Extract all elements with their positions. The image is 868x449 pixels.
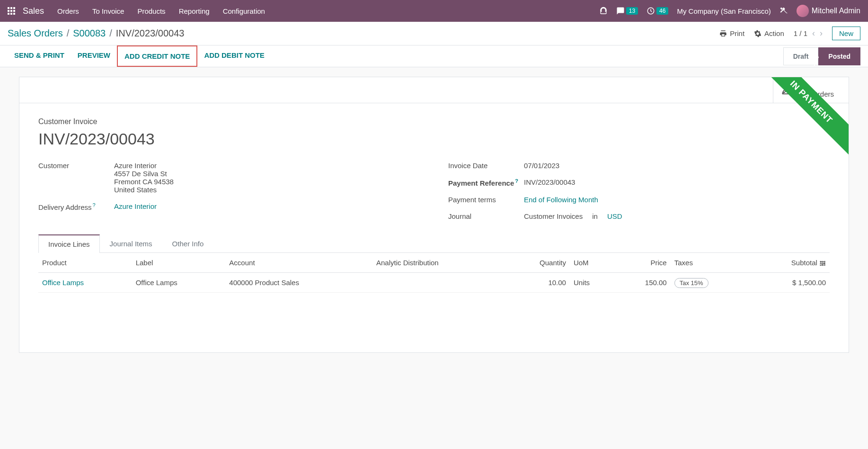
tabs: Invoice Lines Journal Items Other Info — [38, 234, 830, 253]
sheet: 1 Sale Orders IN PAYMENT Customer Invoic… — [19, 77, 849, 353]
terms-label: Payment terms — [448, 196, 524, 204]
subbar: Sales Orders / S00083 / INV/2023/00043 P… — [0, 22, 868, 45]
doc-title: INV/2023/00043 — [38, 130, 830, 148]
help-icon[interactable]: ? — [93, 202, 96, 208]
action-button[interactable]: Action — [754, 29, 784, 37]
journal-in: in — [592, 212, 598, 220]
field-journal: Journal Customer Invoices in USD — [448, 212, 830, 220]
th-uom[interactable]: UoM — [570, 253, 615, 273]
customer-addr2: Fremont CA 94538 — [114, 178, 174, 186]
pager-next[interactable]: › — [820, 28, 823, 38]
invoice-date-value: 07/01/2023 — [524, 162, 559, 170]
apps-icon[interactable] — [8, 7, 15, 15]
cell-price: 150.00 — [615, 273, 671, 293]
field-customer: Customer Azure Interior 4557 De Silva St… — [38, 162, 420, 194]
nav-configuration[interactable]: Configuration — [223, 7, 265, 15]
cell-uom: Units — [570, 273, 615, 293]
th-quantity[interactable]: Quantity — [505, 253, 569, 273]
help-icon[interactable]: ? — [515, 178, 518, 184]
payment-ref-label: Payment Reference? — [448, 178, 524, 187]
status-draft[interactable]: Draft — [783, 47, 819, 65]
cell-label: Office Lamps — [132, 273, 226, 293]
preview-button[interactable]: Preview — [71, 45, 117, 67]
action-buttons: Send & Print Preview Add Credit Note Add… — [8, 45, 271, 67]
field-payment-ref: Payment Reference? INV/2023/00043 — [448, 178, 830, 187]
th-subtotal[interactable]: Subtotal — [750, 253, 830, 273]
user-name: Mitchell Admin — [812, 7, 860, 15]
tools-icon[interactable] — [779, 7, 788, 15]
nav-menu: Orders To Invoice Products Reporting Con… — [57, 7, 599, 15]
user-menu[interactable]: Mitchell Admin — [797, 5, 860, 17]
currency-value[interactable]: USD — [607, 212, 622, 220]
topbar-right: 13 46 My Company (San Francisco) Mitchel… — [599, 5, 860, 17]
actionbar: Send & Print Preview Add Credit Note Add… — [0, 45, 868, 67]
invoice-date-label: Invoice Date — [448, 162, 524, 170]
field-grid: Customer Azure Interior 4557 De Silva St… — [38, 162, 830, 220]
nav-products[interactable]: Products — [137, 7, 165, 15]
breadcrumb-sales-orders[interactable]: Sales Orders — [8, 28, 63, 39]
field-col-left: Customer Azure Interior 4557 De Silva St… — [38, 162, 420, 220]
th-product[interactable]: Product — [38, 253, 132, 273]
new-button[interactable]: New — [832, 27, 860, 40]
breadcrumb-current: INV/2023/00043 — [116, 28, 185, 39]
breadcrumb: Sales Orders / S00083 / INV/2023/00043 — [8, 28, 719, 39]
nav-reporting[interactable]: Reporting — [179, 7, 210, 15]
tab-other-info[interactable]: Other Info — [162, 234, 214, 252]
tab-journal-items[interactable]: Journal Items — [100, 234, 162, 252]
table-row[interactable]: Office Lamps Office Lamps 400000 Product… — [38, 273, 830, 293]
th-label[interactable]: Label — [132, 253, 226, 273]
pager-text[interactable]: 1 / 1 — [794, 29, 807, 37]
sheet-top: 1 Sale Orders — [19, 77, 849, 103]
activities-icon[interactable]: 46 — [647, 7, 668, 15]
cell-quantity: 10.00 — [505, 273, 569, 293]
status-bar: Draft Posted — [783, 47, 860, 65]
avatar — [797, 5, 809, 17]
messages-icon[interactable]: 13 — [616, 7, 638, 15]
company-selector[interactable]: My Company (San Francisco) — [677, 7, 771, 15]
nav-to-invoice[interactable]: To Invoice — [92, 7, 124, 15]
cell-subtotal: $ 1,500.00 — [750, 273, 830, 293]
delivery-link[interactable]: Azure Interior — [114, 202, 157, 211]
pager-prev[interactable]: ‹ — [812, 28, 815, 38]
journal-value: Customer Invoices — [524, 212, 583, 220]
invoice-lines-table: Product Label Account Analytic Distribut… — [38, 253, 830, 293]
cell-account: 400000 Product Sales — [225, 273, 372, 293]
tab-invoice-lines[interactable]: Invoice Lines — [38, 234, 100, 253]
journal-label: Journal — [448, 212, 524, 220]
payment-ref-value: INV/2023/00043 — [524, 178, 575, 187]
customer-link[interactable]: Azure Interior — [114, 162, 157, 170]
sheet-wrap: 1 Sale Orders IN PAYMENT Customer Invoic… — [0, 67, 868, 362]
support-icon[interactable] — [599, 7, 608, 15]
th-analytic[interactable]: Analytic Distribution — [372, 253, 505, 273]
sheet-body: Customer Invoice INV/2023/00043 Customer… — [19, 103, 849, 352]
th-account[interactable]: Account — [225, 253, 372, 273]
add-credit-note-button[interactable]: Add Credit Note — [117, 45, 197, 67]
subbar-right: Print Action 1 / 1 ‹ › New — [719, 27, 860, 40]
customer-addr1: 4557 De Silva St — [114, 170, 174, 178]
doc-type: Customer Invoice — [38, 117, 830, 126]
nav-orders[interactable]: Orders — [57, 7, 79, 15]
th-taxes[interactable]: Taxes — [671, 253, 750, 273]
cell-product[interactable]: Office Lamps — [38, 273, 132, 293]
delivery-label: Delivery Address? — [38, 202, 114, 211]
terms-value[interactable]: End of Following Month — [524, 196, 598, 204]
messages-badge: 13 — [626, 7, 638, 15]
breadcrumb-sep: / — [67, 28, 70, 39]
topbar: Sales Orders To Invoice Products Reporti… — [0, 0, 868, 22]
breadcrumb-order[interactable]: S00083 — [73, 28, 106, 39]
th-price[interactable]: Price — [615, 253, 671, 273]
customer-label: Customer — [38, 162, 114, 194]
column-settings-icon[interactable] — [819, 259, 826, 267]
activities-badge: 46 — [656, 7, 668, 15]
print-button[interactable]: Print — [719, 29, 744, 37]
field-col-right: Invoice Date 07/01/2023 Payment Referenc… — [448, 162, 830, 220]
status-posted[interactable]: Posted — [818, 47, 860, 65]
app-title[interactable]: Sales — [23, 6, 44, 16]
field-delivery: Delivery Address? Azure Interior — [38, 202, 420, 211]
cell-taxes: Tax 15% — [671, 273, 750, 293]
pager: 1 / 1 ‹ › — [794, 28, 823, 38]
send-print-button[interactable]: Send & Print — [8, 45, 71, 67]
field-terms: Payment terms End of Following Month — [448, 196, 830, 204]
add-debit-note-button[interactable]: Add Debit Note — [197, 45, 271, 67]
tax-pill: Tax 15% — [674, 278, 709, 288]
